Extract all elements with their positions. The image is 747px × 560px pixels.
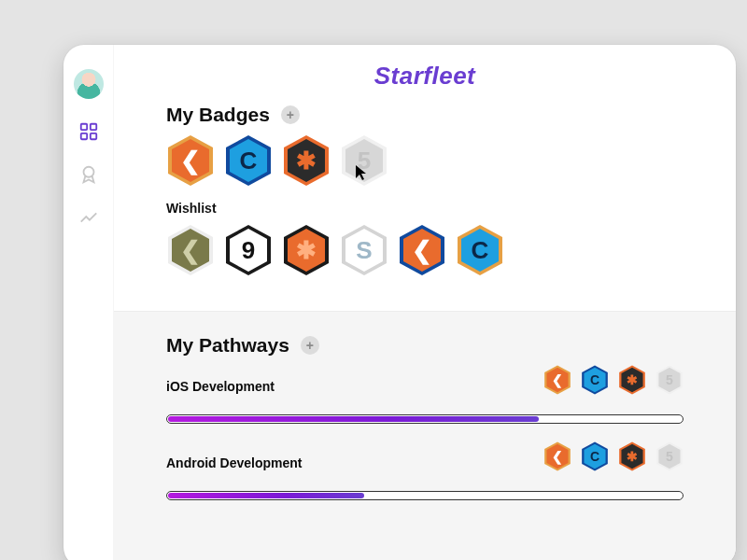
pathway-title: Android Development	[166, 455, 302, 470]
svg-rect-1	[90, 124, 95, 130]
badge-glyph: 9	[242, 236, 255, 265]
svg-rect-0	[80, 124, 86, 130]
badge-five[interactable]: 5	[340, 133, 388, 188]
avatar[interactable]	[74, 69, 104, 99]
badge-glyph: C	[590, 449, 599, 464]
pathway-badges: ❮ C ✱ 5	[543, 441, 684, 472]
wishlist-title: Wishlist	[166, 201, 217, 216]
badge-glyph: ❮	[552, 372, 563, 387]
plus-icon: +	[287, 107, 294, 122]
award-icon[interactable]	[78, 164, 99, 185]
pathway-row: Android Development ❮ C ✱ 5	[166, 441, 684, 500]
wishlist-row: ❮ 9 ✱ S ❮ C	[166, 223, 684, 277]
pathway-badges: ❮ C ✱ 5	[543, 364, 684, 396]
plus-icon: +	[306, 338, 314, 353]
progress-fill	[168, 493, 364, 498]
badges-row: ❮ C ✱ 5	[166, 133, 684, 188]
badge-nine[interactable]: 9	[224, 223, 273, 277]
svg-point-4	[83, 167, 93, 177]
badges-title: My Badges	[166, 104, 270, 126]
badge-glyph: ✱	[296, 147, 317, 175]
badge-glyph: ❮	[412, 236, 432, 265]
badges-section: My Badges + ❮ C ✱ 5 Wishlist ❮ 9 ✱ S ❮	[114, 104, 736, 311]
brand-header: Starfleet	[114, 45, 736, 104]
add-badge-button[interactable]: +	[281, 105, 300, 124]
progress-bar	[166, 414, 684, 424]
badge-swift[interactable]: ❮	[543, 364, 571, 396]
badge-five[interactable]: 5	[655, 441, 684, 472]
badge-swift-olive[interactable]: ❮	[166, 223, 215, 277]
badge-glyph: ❮	[552, 449, 563, 464]
badges-heading-row: My Badges +	[166, 104, 684, 126]
badge-network2[interactable]: ✱	[282, 223, 331, 277]
pathway-head: iOS Development ❮ C ✱ 5	[166, 364, 684, 409]
pathway-row: iOS Development ❮ C ✱ 5	[166, 364, 684, 424]
brand-name: Starfleet	[374, 62, 476, 90]
trend-icon[interactable]	[78, 207, 99, 228]
badge-swift[interactable]: ❮	[543, 441, 571, 472]
badge-glyph: ✱	[296, 236, 317, 265]
app-window: Starfleet My Badges + ❮ C ✱ 5 Wishlist ❮…	[63, 45, 736, 560]
badge-glyph: C	[240, 147, 258, 175]
dashboard-icon[interactable]	[78, 121, 99, 142]
sidebar	[63, 45, 114, 560]
badge-glyph: ✱	[627, 372, 638, 387]
badge-c-lang[interactable]: C	[224, 133, 273, 188]
badge-glyph: C	[590, 372, 599, 387]
badge-network[interactable]: ✱	[618, 441, 646, 472]
pathways-list: iOS Development ❮ C ✱ 5Android Developme…	[166, 364, 684, 500]
pathways-title: My Pathways	[166, 334, 289, 357]
badge-glyph: 5	[666, 449, 673, 464]
badge-c-lang[interactable]: C	[581, 441, 609, 472]
svg-rect-3	[90, 133, 95, 139]
badge-glyph: S	[356, 236, 372, 265]
progress-bar	[166, 491, 684, 500]
pathway-title: iOS Development	[166, 379, 275, 394]
pathways-heading-row: My Pathways +	[166, 334, 684, 357]
add-pathway-button[interactable]: +	[301, 336, 319, 355]
badge-network[interactable]: ✱	[618, 364, 646, 396]
badge-c2[interactable]: C	[456, 223, 504, 277]
badge-c-lang[interactable]: C	[581, 364, 609, 396]
badge-glyph: 5	[358, 147, 371, 175]
svg-rect-2	[80, 133, 86, 139]
badge-five[interactable]: 5	[655, 364, 684, 396]
pathways-section: My Pathways + iOS Development ❮ C ✱ 5And…	[114, 311, 736, 560]
badge-glyph: ❮	[180, 236, 201, 265]
badge-swift2[interactable]: ❮	[398, 223, 446, 277]
badge-glyph: ✱	[627, 449, 638, 464]
badge-glyph: C	[472, 236, 489, 265]
wishlist-heading-row: Wishlist	[166, 201, 684, 216]
badge-swift[interactable]: ❮	[166, 133, 215, 188]
pathway-head: Android Development ❮ C ✱ 5	[166, 441, 684, 485]
badge-network[interactable]: ✱	[282, 133, 331, 188]
badge-s[interactable]: S	[340, 223, 388, 277]
main-content: Starfleet My Badges + ❮ C ✱ 5 Wishlist ❮…	[114, 45, 736, 560]
progress-fill	[168, 416, 539, 422]
badge-glyph: 5	[666, 372, 673, 387]
badge-glyph: ❮	[180, 147, 201, 175]
